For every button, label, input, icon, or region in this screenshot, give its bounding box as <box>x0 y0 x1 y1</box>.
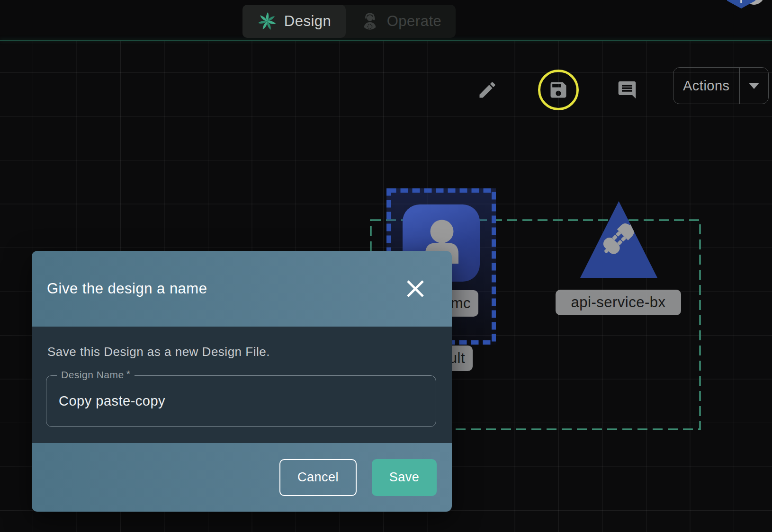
dialog-description: Save this Design as a new Design File. <box>47 345 436 359</box>
dialog-header: Give the design a name <box>32 251 452 327</box>
tab-design[interactable]: Design <box>242 5 346 38</box>
actions-dropdown-toggle[interactable] <box>739 68 768 104</box>
close-button[interactable] <box>404 277 427 300</box>
tab-operate-label: Operate <box>387 13 442 30</box>
dialog-body: Save this Design as a new Design File. D… <box>32 327 452 443</box>
dialog-footer: Cancel Save <box>32 443 452 512</box>
tab-design-label: Design <box>284 13 332 30</box>
cancel-button[interactable]: Cancel <box>279 459 357 496</box>
actions-button-label[interactable]: Actions <box>673 68 739 104</box>
save-icon[interactable] <box>548 80 569 100</box>
dialog-title: Give the design a name <box>47 280 207 297</box>
design-name-label: Design Name* <box>57 369 135 381</box>
meshery-logo-icon <box>257 11 277 31</box>
edit-icon[interactable] <box>477 80 498 100</box>
save-design-dialog: Give the design a name Save this Design … <box>32 251 452 512</box>
tab-operate[interactable]: Operate <box>346 5 456 38</box>
api-service-node-label: api-service-bx <box>556 290 681 315</box>
kubernetes-wheel-icon <box>730 0 753 4</box>
required-marker: * <box>126 368 131 379</box>
actions-button[interactable]: Actions <box>673 67 769 104</box>
save-button[interactable]: Save <box>372 459 437 496</box>
comment-icon[interactable] <box>617 80 637 100</box>
design-name-field: Design Name* <box>46 375 436 427</box>
operator-headset-icon <box>360 11 380 31</box>
topbar-divider <box>0 40 772 41</box>
design-name-input[interactable] <box>46 376 436 426</box>
mode-tabs: Design Operate <box>242 5 456 38</box>
app-window: mc ult api-service-bx Actions <box>0 0 772 532</box>
chevron-down-icon <box>749 83 759 89</box>
close-icon <box>406 279 425 298</box>
